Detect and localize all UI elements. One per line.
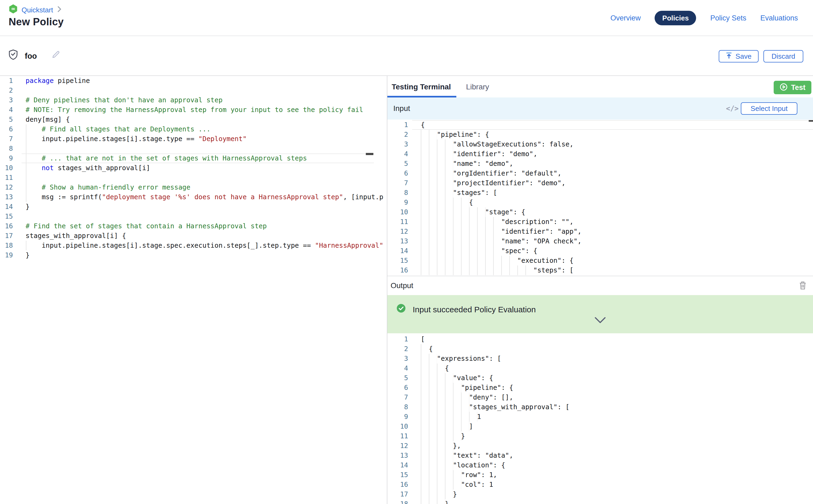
code-line: 19} — [0, 250, 387, 260]
line-number: 12 — [387, 441, 408, 451]
input-section-header: Input </> Select Input — [387, 97, 813, 120]
code-line: 1package pipeline — [0, 76, 387, 86]
code-text: # Deny pipelines that don't have an appr… — [26, 95, 222, 105]
code-line: 10 "stage": { — [387, 207, 813, 217]
line-number: 18 — [387, 499, 408, 504]
code-line: 7 "deny": [], — [387, 393, 813, 402]
line-number: 7 — [387, 393, 408, 402]
line-number: 12 — [387, 227, 408, 236]
output-section-header: Output — [387, 276, 813, 296]
code-line: 9 1 — [387, 412, 813, 422]
code-line: 2 { — [387, 344, 813, 354]
line-number: 1 — [387, 120, 408, 130]
code-text: "allowStageExecutions": false, — [421, 139, 574, 149]
code-text: ] — [421, 422, 473, 431]
code-line: 10 not stages_with_approval[i] — [0, 163, 387, 173]
test-button-label: Test — [791, 83, 805, 92]
clear-output-trash-icon[interactable] — [798, 281, 807, 290]
code-text: input.pipeline.stages[i].stage.spec.exec… — [26, 241, 383, 250]
code-text: "stage": { — [421, 207, 525, 217]
save-button[interactable]: Save — [719, 50, 759, 62]
nav-item-evaluations[interactable]: Evaluations — [760, 14, 798, 22]
line-number: 1 — [387, 334, 408, 344]
nav-item-overview[interactable]: Overview — [611, 14, 641, 22]
line-number: 19 — [0, 250, 13, 260]
code-line: 12 "identifier": "app", — [387, 227, 813, 236]
line-number: 10 — [0, 163, 13, 173]
app-root: ∞ Quickstart New Policy Overview Policie… — [0, 0, 813, 504]
code-line: 13 msg := sprintf("deployment stage '%s'… — [0, 192, 387, 202]
line-number: 3 — [387, 354, 408, 363]
code-line: 11 "description": "", — [387, 217, 813, 227]
save-button-label: Save — [735, 52, 751, 60]
line-number: 2 — [387, 344, 408, 354]
line-number: 17 — [387, 489, 408, 499]
harness-logo-icon[interactable]: ∞ — [9, 4, 18, 15]
test-button[interactable]: Test — [774, 81, 811, 94]
policy-identity: foo — [8, 49, 60, 62]
tab-testing-terminal[interactable]: Testing Terminal — [387, 76, 455, 96]
code-text: "text": "data", — [421, 451, 513, 460]
line-number: 7 — [0, 134, 13, 144]
collapse-chevron-icon[interactable] — [594, 317, 606, 324]
code-line: 5 "name": "demo", — [387, 159, 813, 169]
code-text: "description": "", — [421, 217, 574, 227]
code-line: 11 } — [387, 431, 813, 441]
code-line: 3 "expressions": [ — [387, 354, 813, 363]
line-number: 14 — [0, 202, 13, 212]
rego-code-editor[interactable]: 1package pipeline23# Deny pipelines that… — [0, 76, 387, 428]
indent-guides — [26, 173, 42, 183]
upload-icon — [726, 52, 732, 61]
line-number: 12 — [0, 183, 13, 192]
code-text: [ — [421, 334, 425, 344]
line-number: 3 — [387, 139, 408, 149]
line-number: 4 — [0, 105, 13, 115]
discard-button[interactable]: Discard — [763, 50, 803, 62]
code-text: "location": { — [421, 460, 505, 470]
code-text: deny[msg] { — [26, 115, 70, 124]
code-text: "projectIdentifier": "demo", — [421, 178, 566, 188]
code-line: 8 "stages_with_approval": [ — [387, 402, 813, 412]
line-number: 18 — [0, 241, 13, 250]
code-text: "deny": [], — [421, 393, 513, 402]
code-text: "name": "OPA check", — [421, 236, 582, 246]
policy-toolbar: foo Save Discard — [0, 36, 813, 76]
select-input-button[interactable]: Select Input — [741, 102, 797, 115]
code-text: "orgIdentifier": "default", — [421, 169, 561, 178]
module-nav: Overview Policies Policy Sets Evaluation… — [611, 11, 798, 25]
output-json-editor[interactable]: 1[2 {3 "expressions": [4 {5 "value": {6 … — [387, 334, 813, 504]
line-number: 5 — [0, 115, 13, 124]
nav-item-policy-sets[interactable]: Policy Sets — [710, 14, 746, 22]
line-number: 8 — [0, 144, 13, 153]
code-line: 15 "execution": { — [387, 256, 813, 265]
code-view-icon[interactable]: </> — [726, 97, 739, 120]
nav-item-policies[interactable]: Policies — [655, 11, 696, 25]
code-text: { — [421, 363, 449, 373]
current-line-highlight — [22, 153, 374, 163]
code-line: 8 "stages": [ — [387, 188, 813, 198]
line-number: 15 — [387, 470, 408, 480]
line-number: 4 — [387, 363, 408, 373]
code-line: 10 ] — [387, 422, 813, 431]
code-text: # Find the set of stages that contain a … — [26, 221, 267, 231]
breadcrumb-project-link[interactable]: Quickstart — [22, 6, 53, 14]
code-line: 5 "value": { — [387, 373, 813, 383]
current-line-highlight — [412, 120, 813, 130]
input-json-editor[interactable]: 1{2 "pipeline": {3 "allowStageExecutions… — [387, 120, 813, 276]
line-number: 9 — [387, 198, 408, 207]
banner-message: Input succeeded Policy Evaluation — [413, 305, 536, 314]
code-text: "stages_with_approval": [ — [421, 402, 570, 412]
code-line: 8 — [0, 144, 387, 153]
code-text: "name": "demo", — [421, 159, 513, 169]
code-text: not stages_with_approval[i] — [26, 163, 150, 173]
line-number: 2 — [387, 130, 408, 139]
banner-content: Input succeeded Policy Evaluation — [396, 304, 536, 315]
line-number: 9 — [0, 153, 13, 163]
code-line: 18 } — [387, 499, 813, 504]
indent-guides — [26, 144, 42, 153]
code-text: } — [421, 431, 465, 441]
edit-pencil-icon[interactable] — [51, 50, 60, 61]
tab-library[interactable]: Library — [462, 76, 494, 96]
line-number: 13 — [387, 451, 408, 460]
line-number: 9 — [387, 412, 408, 422]
